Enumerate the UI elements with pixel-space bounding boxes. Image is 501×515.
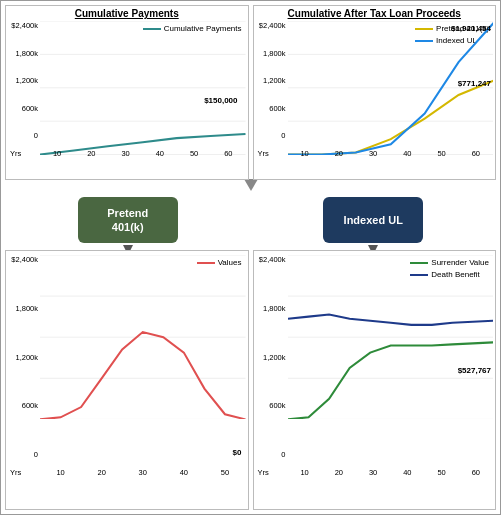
x-label: 50 [177, 149, 211, 158]
y-label: 1,800k [15, 49, 38, 58]
y-label: 0 [281, 450, 285, 459]
x-label: 20 [322, 468, 356, 477]
x-axis-top-left: Yrs 10 20 30 40 50 60 [40, 140, 246, 158]
value-label-pretend-401k: $771,247 [458, 79, 491, 88]
x-axis-top-right: Yrs 10 20 30 40 50 60 [288, 140, 494, 158]
y-label: $2,400k [11, 21, 38, 30]
indexed-ul-label: Indexed UL [344, 213, 403, 227]
y-label: $2,400k [259, 255, 286, 264]
center-arrow-area [5, 180, 496, 190]
x-label: 50 [425, 468, 459, 477]
x-label-yrs: Yrs [258, 149, 269, 158]
y-axis-bottom-left: $2,400k 1,800k 1,200k 600k 0 [8, 255, 40, 459]
x-label: 20 [81, 468, 122, 477]
y-label: 0 [34, 450, 38, 459]
x-label: 60 [459, 468, 493, 477]
y-label: 1,200k [15, 353, 38, 362]
x-label: 60 [459, 149, 493, 158]
top-charts-row: Cumulative Payments Cumulative Payments … [5, 5, 496, 180]
x-label: 10 [288, 149, 322, 158]
svg-top-left [40, 21, 246, 155]
chart-area-bottom-left: Values $2,400k 1,800k 1,200k 600k 0 [8, 255, 246, 477]
x-label: 10 [40, 149, 74, 158]
svg-bottom-left [40, 255, 246, 419]
y-label: 1,800k [263, 304, 286, 313]
cumulative-payments-chart: Cumulative Payments Cumulative Payments … [5, 5, 249, 180]
y-label: $2,400k [259, 21, 286, 30]
chart-area-top-left: Cumulative Payments $2,400k 1,800k 1,200… [8, 21, 246, 158]
y-label: 600k [22, 401, 38, 410]
chart-title-top-left: Cumulative Payments [8, 8, 246, 19]
value-label-bottom-right: $527,767 [458, 366, 491, 375]
x-label: 50 [425, 149, 459, 158]
x-label: 30 [356, 149, 390, 158]
x-label-yrs: Yrs [10, 468, 21, 477]
y-axis-bottom-right: $2,400k 1,800k 1,200k 600k 0 [256, 255, 288, 459]
value-label-top-left: $150,000 [204, 96, 237, 105]
y-label: 600k [269, 104, 285, 113]
x-label: 10 [288, 468, 322, 477]
x-label: 20 [74, 149, 108, 158]
chart-area-top-right: Pretend 401(k) Indexed UL $2,400k 1,800k… [256, 21, 494, 158]
x-label-yrs: Yrs [258, 468, 269, 477]
bottom-charts-row: Values $2,400k 1,800k 1,200k 600k 0 [5, 250, 496, 510]
x-axis-bottom-right: Yrs 10 20 30 40 50 60 [288, 459, 494, 477]
chart-area-bottom-right: Surrender Value Death Benefit $2,400k 1,… [256, 255, 494, 477]
y-label: 1,200k [15, 76, 38, 85]
y-label: 1,800k [15, 304, 38, 313]
x-label: 30 [356, 468, 390, 477]
pretend-401k-label: Pretend401(k) [107, 206, 148, 235]
svg-bottom-right [288, 255, 494, 419]
y-label: 0 [34, 131, 38, 140]
x-label: 30 [109, 149, 143, 158]
x-label: 40 [163, 468, 204, 477]
y-label: $2,400k [11, 255, 38, 264]
x-label: 20 [322, 149, 356, 158]
x-label: 40 [143, 149, 177, 158]
concept-boxes-row: Pretend401(k) Indexed UL [5, 190, 496, 250]
x-label: 60 [211, 149, 245, 158]
value-label-bottom-left: $0 [233, 448, 242, 457]
y-label: 1,200k [263, 76, 286, 85]
x-label: 10 [40, 468, 81, 477]
x-label-yrs: Yrs [10, 149, 21, 158]
indexed-ul-details-chart: Surrender Value Death Benefit $2,400k 1,… [253, 250, 497, 510]
chart-title-top-right: Cumulative After Tax Loan Proceeds [256, 8, 494, 19]
x-label: 40 [390, 149, 424, 158]
value-label-indexed-ul: $1,921,454 [451, 24, 491, 33]
x-label: 50 [204, 468, 245, 477]
pretend-401k-box: Pretend401(k) [78, 197, 178, 243]
y-axis-top-left: $2,400k 1,800k 1,200k 600k 0 [8, 21, 40, 140]
y-axis-top-right: $2,400k 1,800k 1,200k 600k 0 [256, 21, 288, 140]
cumulative-aftertax-chart: Cumulative After Tax Loan Proceeds Prete… [253, 5, 497, 180]
y-label: 1,800k [263, 49, 286, 58]
y-label: 600k [22, 104, 38, 113]
indexed-ul-box: Indexed UL [323, 197, 423, 243]
x-label: 30 [122, 468, 163, 477]
pretend-values-chart: Values $2,400k 1,800k 1,200k 600k 0 [5, 250, 249, 510]
y-label: 600k [269, 401, 285, 410]
pretend-box-container: Pretend401(k) [78, 197, 178, 243]
indexed-box-container: Indexed UL [323, 197, 423, 243]
x-axis-bottom-left: Yrs 10 20 30 40 50 [40, 459, 246, 477]
svg-top-right [288, 21, 494, 155]
y-label: 1,200k [263, 353, 286, 362]
x-label: 40 [390, 468, 424, 477]
y-label: 0 [281, 131, 285, 140]
